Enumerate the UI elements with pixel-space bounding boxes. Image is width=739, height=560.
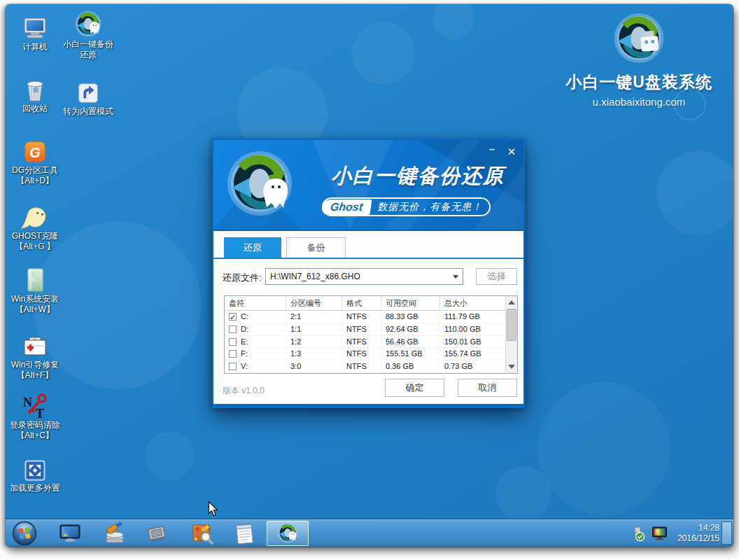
table-row[interactable]: E: 1:2 NTFS 56.46 GB 150.01 GB [225,336,517,349]
notepad-icon[interactable] [230,522,258,545]
tab-label: 备份 [307,241,325,254]
brand-block: 小白一键U盘装系统 u.xiaobaixitong.com [544,11,733,108]
partition-id: 1:1 [286,323,342,335]
desktop-icon-computer[interactable]: 计算机 [6,13,64,52]
partition-id: 2:1 [286,311,342,323]
icon-label: 小白一键备份 [63,39,113,50]
dg-icon: G [22,136,48,165]
disk-cleanup-icon[interactable] [101,522,129,545]
free-space: 56.46 GB [381,336,440,348]
desktop-icon-password-clear[interactable]: N T 登录密码清除 【Alt+C】 [6,391,64,441]
free-space: 0.36 GB [381,360,440,372]
table-row[interactable]: D: 1:1 NTFS 92.64 GB 110.00 GB [225,323,517,336]
tray-clock[interactable]: 14:28 2016/12/15 [677,523,719,544]
row-checkbox[interactable] [229,363,237,370]
partition-id: 3:0 [286,360,342,372]
column-header: 盘符 [225,296,286,310]
icon-label: Win引导修复 [11,360,59,370]
drive-letter: V: [241,362,248,370]
table-header-row: 盘符 分区编号 格式 可用空间 总大小 [225,296,517,311]
choose-button[interactable]: 选择 [476,268,517,285]
cancel-button[interactable]: 取消 [458,379,517,397]
scrollbar-thumb[interactable] [507,309,516,341]
minimize-button[interactable]: – [486,146,498,158]
backup-restore-dialog: 小白一键备份还原 Ghost 数据无价，有备无患！ – ✕ 还原 备份 还原文件… [212,139,525,408]
icon-label: 回收站 [22,104,48,114]
fs-format: NTFS [342,311,381,323]
svg-text:N: N [23,396,32,410]
desktop-icon-dg-partition[interactable]: G DG分区工具 【Alt+D】 [6,136,64,186]
icon-label: 转为内置模式 [63,106,113,117]
drive-letter: C: [241,312,248,321]
taskbar-active-app-xiaobai[interactable] [267,521,309,546]
show-desktop-button[interactable] [722,522,732,545]
restore-file-value: H:\WIN7_612_x86.GHO [270,272,360,281]
image-tool-icon[interactable] [188,522,216,545]
icon-label: 计算机 [22,42,48,52]
desktop-icon-recycle-bin[interactable]: 回收站 [6,74,64,114]
table-row[interactable]: F: 1:3 NTFS 155.51 GB 155.74 GB [225,348,517,360]
tray-time: 14:28 [677,523,719,533]
icon-label: 登录密码清除 [10,420,60,430]
icon-label: 【Alt+F】 [17,370,53,381]
icon-label: 【Alt+D】 [16,176,54,186]
version-label: 版本 v1.0.0 [223,385,265,397]
row-checkbox[interactable] [229,326,237,333]
taskbar: 14:28 2016/12/15 [6,519,733,547]
table-row[interactable]: V: 3:0 NTFS 0.36 GB 0.73 GB [225,360,517,373]
free-space: 88.33 GB [381,311,440,323]
tab-restore[interactable]: 还原 [224,237,281,258]
icon-label: DG分区工具 [12,165,58,176]
icon-label: 【Alt+C】 [16,430,54,441]
close-icon[interactable]: ✕ [505,146,518,158]
start-button[interactable] [11,520,38,547]
column-header: 总大小 [440,296,506,310]
brand-url: u.xiaobaixitong.com [544,96,733,108]
column-header: 分区编号 [286,296,342,310]
icon-label: 加载更多外置 [10,483,60,493]
restore-file-combobox[interactable]: H:\WIN7_612_x86.GHO [265,268,463,285]
ghost-icon [21,202,49,231]
usb-arrows-logo-icon [611,11,667,67]
scroll-up-icon[interactable] [508,300,515,304]
svg-text:T: T [36,407,44,420]
icon-label: 【Alt+G 】 [15,241,55,252]
memory-chip-icon[interactable] [143,522,171,545]
dialog-title: 小白一键备份还原 [331,162,505,190]
ok-button[interactable]: 确定 [385,379,444,397]
desktop-icon-builtin-mode[interactable]: 转为内置模式 [59,77,118,117]
ghost-slogan: 数据无价，有备无患！ [371,201,482,214]
usb-safely-remove-icon[interactable] [629,525,646,542]
row-checkbox[interactable] [229,338,237,346]
row-checkbox[interactable] [229,350,237,358]
install-box-icon [22,265,48,294]
fs-format: NTFS [342,348,381,360]
total-size: 111.79 GB [440,311,506,323]
first-aid-kit-icon [21,330,49,360]
desktop-icon-xiaobai-backup-restore[interactable]: 小白一键备份 还原 [59,10,118,60]
table-row[interactable]: C: 2:1 NTFS 88.33 GB 111.79 GB [225,311,517,323]
tray-date: 2016/12/15 [677,533,719,544]
column-header: 可用空间 [381,296,440,310]
fs-format: NTFS [342,323,381,335]
display-color-icon[interactable] [651,525,668,542]
desktop-icon-win-install[interactable]: Win系统安装 【Alt+W】 [6,265,64,315]
tab-backup[interactable]: 备份 [286,237,346,258]
recycle-bin-icon [21,74,49,104]
icon-label: Win系统安装 [11,294,59,304]
tab-strip: 还原 备份 [213,231,523,259]
fs-format: NTFS [342,360,381,372]
icon-label: 【Alt+W】 [15,304,55,315]
brand-title: 小白一键U盘装系统 [544,71,733,93]
ghost-badge: Ghost 数据无价，有备无患！ [322,197,491,216]
display-capture-icon[interactable] [56,522,84,545]
desktop-icon-load-more[interactable]: 加载更多外置 [6,454,64,493]
desktop-icon-ghost-clone[interactable]: GHOST克隆 【Alt+G 】 [6,202,64,252]
scroll-down-icon[interactable] [508,365,515,369]
computer-icon [21,13,49,42]
row-checkbox[interactable] [229,313,237,321]
desktop-icon-boot-repair[interactable]: Win引导修复 【Alt+F】 [6,330,64,381]
xiaobai-backup-app-icon [276,522,299,545]
table-scrollbar[interactable] [505,296,517,373]
total-size: 110.00 GB [440,323,506,335]
